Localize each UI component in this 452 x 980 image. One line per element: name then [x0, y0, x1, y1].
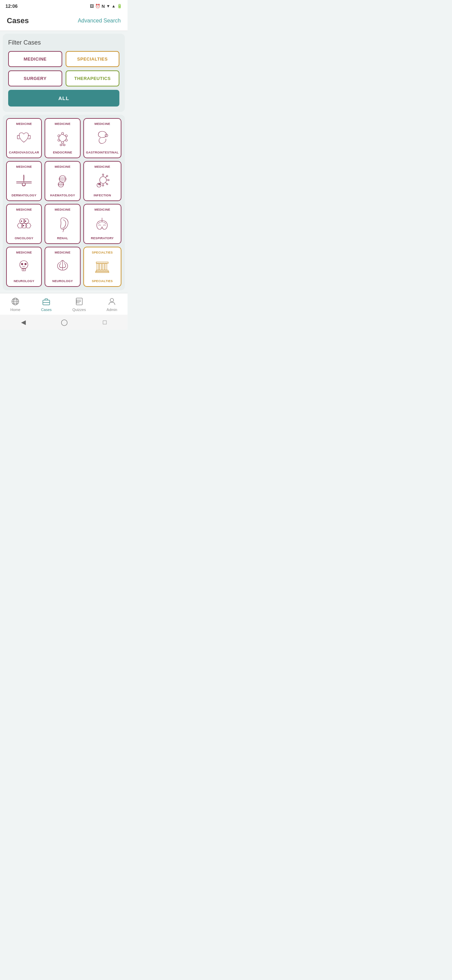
svg-point-37: [106, 175, 108, 177]
infection-icon: [92, 170, 113, 191]
filter-surgery-button[interactable]: SURGERY: [8, 70, 62, 86]
card-label: RENAL: [57, 237, 68, 240]
svg-rect-57: [97, 263, 98, 270]
nav-quizzes[interactable]: Quizzes: [73, 297, 86, 312]
home-button[interactable]: ◯: [61, 318, 68, 326]
svg-rect-61: [95, 272, 109, 272]
nfc-icon: N: [102, 4, 105, 9]
card-category: MEDICINE: [55, 165, 70, 169]
svg-line-14: [63, 140, 65, 142]
svg-point-39: [106, 183, 108, 185]
advanced-search-button[interactable]: Advanced Search: [78, 18, 121, 24]
oncology-icon: [14, 213, 34, 234]
respiratory-icon: [92, 213, 113, 234]
card-category-specialties: SPECIALTIES: [92, 251, 113, 254]
card-specialties[interactable]: SPECIALTIES SPECIALTIES: [83, 247, 121, 287]
battery-icon: 🔋: [117, 4, 122, 8]
brain-icon: [52, 256, 73, 277]
svg-line-12: [63, 134, 65, 136]
svg-point-53: [24, 263, 27, 265]
svg-point-49: [20, 261, 28, 269]
card-endocrine[interactable]: MEDICINE: [44, 118, 80, 158]
svg-point-74: [76, 301, 77, 302]
signal-icon: ▲: [111, 4, 116, 8]
filter-therapeutics-button[interactable]: THERAPEUTICS: [66, 70, 120, 86]
filter-specialties-button[interactable]: SPECIALTIES: [66, 51, 120, 67]
card-label: RESPIRATORY: [91, 237, 114, 240]
card-renal[interactable]: MEDICINE RENAL: [44, 204, 80, 244]
back-button[interactable]: ◀: [21, 318, 26, 326]
nav-quizzes-label: Quizzes: [73, 308, 86, 312]
system-nav: ◀ ◯ □: [0, 315, 127, 330]
alarm-icon: ⏰: [95, 4, 100, 8]
card-cardiovascular[interactable]: MEDICINE CARDIOVASCULAR: [6, 118, 42, 158]
svg-point-6: [62, 132, 63, 134]
svg-point-47: [25, 221, 26, 222]
card-respiratory[interactable]: MEDICINE RESPIRATORY: [83, 204, 121, 244]
svg-point-75: [76, 302, 77, 303]
renal-icon: [52, 213, 73, 234]
card-label: GASTROINTESTINAL: [86, 151, 119, 154]
card-category: MEDICINE: [55, 122, 70, 126]
card-oncology[interactable]: MEDICINE ONCOLOGY: [6, 204, 42, 244]
specialties-icon: [92, 256, 113, 277]
home-icon: [11, 297, 20, 306]
quizzes-icon: [75, 297, 84, 306]
haematology-icon: [52, 170, 73, 191]
card-haematology[interactable]: MEDICINE HAEMATOLOGY: [44, 161, 80, 201]
status-bar: 12:06 🖼 ⏰ N ▼ ▲ 🔋: [0, 0, 127, 12]
card-dermatology[interactable]: MEDICINE DERMATOLOGY: [6, 161, 42, 201]
header: Cases Advanced Search: [0, 12, 127, 31]
card-infection[interactable]: MEDICINE: [83, 161, 121, 201]
card-neurology[interactable]: MEDICINE NEUROLOGY: [6, 247, 42, 287]
filter-medicine-button[interactable]: MEDICINE: [8, 51, 62, 67]
card-category: MEDICINE: [16, 165, 32, 169]
svg-point-9: [62, 142, 63, 143]
card-gastrointestinal[interactable]: MEDICINE GASTROINTESTINAL: [83, 118, 121, 158]
status-icons: 🖼 ⏰ N ▼ ▲ 🔋: [90, 4, 122, 9]
card-label: NEUROLOGY: [14, 279, 34, 283]
recents-button[interactable]: □: [103, 319, 106, 326]
svg-point-33: [102, 174, 104, 175]
nav-admin-label: Admin: [106, 308, 117, 312]
svg-rect-60: [105, 263, 107, 270]
wifi-icon: ▼: [106, 4, 110, 8]
card-category: MEDICINE: [95, 122, 110, 126]
card-category: MEDICINE: [55, 208, 70, 211]
svg-rect-58: [100, 263, 102, 270]
endocrine-icon: [52, 127, 73, 148]
card-category: MEDICINE: [16, 251, 32, 254]
filter-section: Filter Cases MEDICINE SPECIALTIES SURGER…: [3, 34, 125, 112]
dermatology-icon: [14, 170, 34, 191]
cases-icon: [41, 297, 51, 306]
card-musculo[interactable]: MEDICINE NEUROLOGY: [44, 247, 80, 287]
cards-section: MEDICINE CARDIOVASCULAR MEDICINE: [3, 115, 125, 290]
gastrointestinal-icon: [92, 127, 113, 148]
cards-grid: MEDICINE CARDIOVASCULAR MEDICINE: [6, 118, 121, 287]
svg-point-46: [21, 221, 22, 222]
svg-point-52: [21, 263, 23, 265]
svg-point-44: [97, 183, 101, 187]
card-category: MEDICINE: [55, 251, 70, 254]
svg-point-19: [63, 144, 65, 146]
card-label: ONCOLOGY: [14, 237, 33, 240]
card-category: MEDICINE: [95, 165, 110, 169]
card-label: ENDOCRINE: [53, 151, 73, 154]
nav-home[interactable]: Home: [10, 297, 20, 312]
card-label: HAEMATOLOGY: [50, 194, 75, 197]
bottom-nav: Home Cases Quizzes: [0, 293, 127, 315]
svg-point-48: [23, 225, 24, 226]
card-category: MEDICINE: [16, 208, 32, 211]
nav-admin[interactable]: Admin: [106, 297, 117, 312]
status-time: 12:06: [5, 3, 18, 9]
page-title: Cases: [7, 16, 29, 25]
svg-rect-59: [102, 263, 104, 270]
filter-all-button[interactable]: ALL: [8, 90, 119, 107]
svg-point-73: [76, 299, 77, 301]
nav-cases[interactable]: Cases: [41, 297, 52, 312]
nav-cases-label: Cases: [41, 308, 52, 312]
svg-point-8: [65, 139, 67, 141]
admin-icon: [107, 297, 117, 306]
filter-title: Filter Cases: [8, 39, 119, 46]
card-label: INFECTION: [94, 194, 111, 197]
